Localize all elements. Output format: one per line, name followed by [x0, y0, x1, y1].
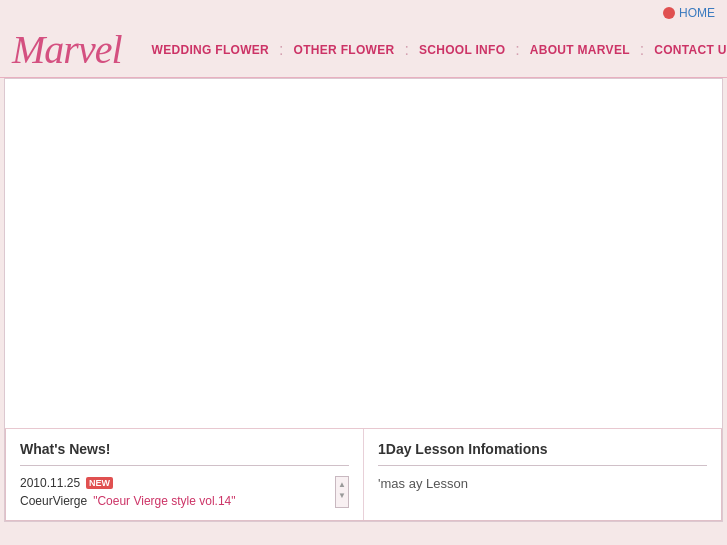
nav-item-other-flower[interactable]: OTHER FLOWER — [284, 35, 405, 65]
new-badge: NEW — [86, 477, 113, 489]
scrollbar[interactable]: ▲ ▼ — [335, 476, 349, 508]
top-bar: HOME — [0, 0, 727, 22]
news-text-area: 2010.11.25 NEW CoeurVierge "Coeur Vierge… — [20, 476, 329, 508]
nav-item-contact-us[interactable]: CONTACT US — [644, 35, 727, 65]
lessons-section-title: 1Day Lesson Infomations — [378, 441, 707, 466]
lesson-text: 'mas ay Lesson — [378, 476, 707, 491]
content-wrapper: What's News! 2010.11.25 NEW CoeurVierge … — [4, 78, 723, 522]
news-date: 2010.11.25 — [20, 476, 80, 490]
lessons-section: 1Day Lesson Infomations 'mas ay Lesson — [364, 429, 721, 520]
news-author: CoeurVierge — [20, 494, 87, 508]
nav-item-school-info[interactable]: SCHOOL INFO — [409, 35, 515, 65]
news-section-title: What's News! — [20, 441, 349, 466]
main-white-area — [5, 79, 722, 429]
scroll-down-arrow[interactable]: ▼ — [338, 490, 346, 501]
main-nav: WEDDING FLOWER : OTHER FLOWER : SCHOOL I… — [142, 35, 727, 65]
header: HOME Marvel WEDDING FLOWER : OTHER FLOWE… — [0, 0, 727, 78]
home-label: HOME — [679, 6, 715, 20]
header-rule — [0, 77, 727, 78]
news-section: What's News! 2010.11.25 NEW CoeurVierge … — [6, 429, 364, 520]
news-item-row: 2010.11.25 NEW — [20, 476, 329, 490]
nav-item-about-marvel[interactable]: ABOUT MARVEL — [520, 35, 640, 65]
home-icon — [663, 7, 675, 19]
page-wrapper: HOME Marvel WEDDING FLOWER : OTHER FLOWE… — [0, 0, 727, 545]
news-title-row: CoeurVierge "Coeur Vierge style vol.14" — [20, 494, 329, 508]
logo: Marvel — [12, 26, 122, 73]
nav-item-wedding-flower[interactable]: WEDDING FLOWER — [142, 35, 280, 65]
bottom-sections: What's News! 2010.11.25 NEW CoeurVierge … — [5, 429, 722, 521]
news-link[interactable]: "Coeur Vierge style vol.14" — [93, 494, 235, 508]
header-content: Marvel WEDDING FLOWER : OTHER FLOWER : S… — [0, 22, 727, 73]
scroll-up-arrow[interactable]: ▲ — [338, 479, 346, 490]
home-link[interactable]: HOME — [663, 6, 715, 20]
news-scroll-container: 2010.11.25 NEW CoeurVierge "Coeur Vierge… — [20, 476, 349, 508]
